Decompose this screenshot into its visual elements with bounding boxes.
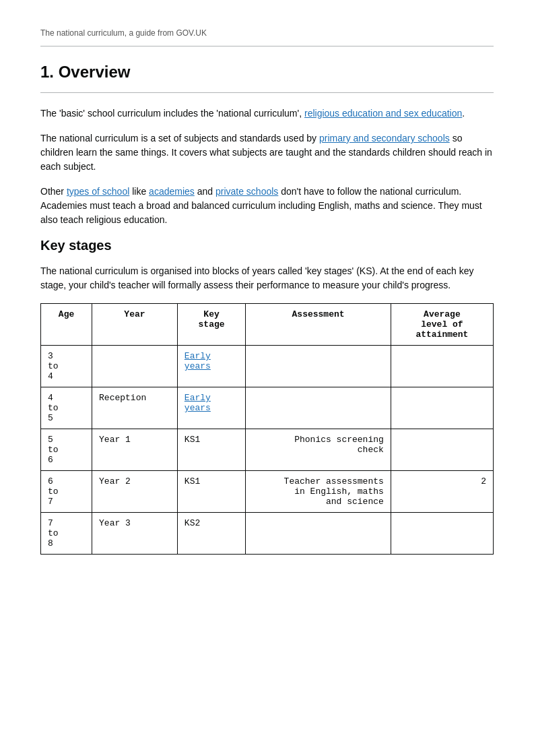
table-row: 5to6 Year 1 KS1 Phonics screeningcheck — [41, 429, 494, 471]
col-header-average: Averagelevel ofattainment — [391, 304, 493, 346]
cell-average: 2 — [391, 471, 493, 513]
site-title: The national curriculum, a guide from GO… — [40, 28, 207, 38]
header-divider — [40, 46, 494, 46]
cell-keystage: KS1 — [177, 429, 245, 471]
cell-average — [391, 346, 493, 387]
table-row: 7to8 Year 3 KS2 — [41, 513, 494, 555]
table-row: 4to5 Reception Earlyyears — [41, 387, 494, 429]
table-row: 6to7 Year 2 KS1 Teacher assessmentsin En… — [41, 471, 494, 513]
cell-average — [391, 429, 493, 471]
cell-year: Reception — [92, 387, 178, 429]
cell-average — [391, 513, 493, 555]
academies-link[interactable]: academies — [149, 186, 195, 197]
key-stages-description: The national curriculum is organised int… — [40, 264, 494, 292]
cell-assessment — [246, 513, 391, 555]
cell-assessment — [246, 387, 391, 429]
religious-education-link[interactable]: religious education and sex education — [304, 108, 462, 119]
col-header-year: Year — [92, 304, 178, 346]
cell-age: 6to7 — [41, 471, 92, 513]
types-of-school-link[interactable]: types of school — [67, 186, 129, 197]
cell-keystage: KS1 — [177, 471, 245, 513]
col-header-keystage: Keystage — [177, 304, 245, 346]
cell-year: Year 3 — [92, 513, 178, 555]
early-years-link-2[interactable]: Earlyyears — [185, 393, 211, 413]
private-schools-link[interactable]: private schools — [215, 186, 278, 197]
cell-assessment: Phonics screeningcheck — [246, 429, 391, 471]
site-header: The national curriculum, a guide from GO… — [40, 27, 494, 38]
cell-year: Year 1 — [92, 429, 178, 471]
key-stages-table: Age Year Keystage Assessment Averageleve… — [40, 303, 494, 555]
section-divider — [40, 92, 494, 93]
col-header-age: Age — [41, 304, 92, 346]
cell-age: 7to8 — [41, 513, 92, 555]
table-row: 3to4 Earlyyears — [41, 346, 494, 387]
cell-age: 3to4 — [41, 346, 92, 387]
paragraph-1: The 'basic' school curriculum includes t… — [40, 106, 494, 121]
cell-keystage: KS2 — [177, 513, 245, 555]
paragraph-2: The national curriculum is a set of subj… — [40, 131, 494, 174]
cell-year — [92, 346, 178, 387]
curriculum-table: Age Year Keystage Assessment Averageleve… — [40, 303, 494, 555]
table-header-row: Age Year Keystage Assessment Averageleve… — [41, 304, 494, 346]
cell-assessment: Teacher assessmentsin English, mathsand … — [246, 471, 391, 513]
cell-assessment — [246, 346, 391, 387]
cell-age: 5to6 — [41, 429, 92, 471]
paragraph-3: Other types of school like academies and… — [40, 185, 494, 227]
section-title: 1. Overview — [40, 63, 494, 82]
col-header-assessment: Assessment — [246, 304, 391, 346]
cell-keystage: Earlyyears — [177, 387, 245, 429]
cell-keystage: Earlyyears — [177, 346, 245, 387]
cell-age: 4to5 — [41, 387, 92, 429]
early-years-link-1[interactable]: Earlyyears — [185, 351, 211, 371]
cell-year: Year 2 — [92, 471, 178, 513]
primary-secondary-link[interactable]: primary and secondary schools — [319, 133, 450, 144]
cell-average — [391, 387, 493, 429]
key-stages-title: Key stages — [40, 238, 494, 253]
